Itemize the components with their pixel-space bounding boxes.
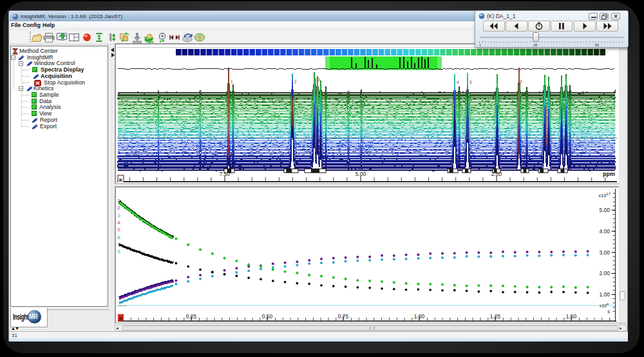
svg-text:4.00: 4.00 — [599, 228, 610, 235]
svg-text:x1017: x1017 — [598, 192, 611, 198]
svg-text:s: s — [607, 309, 610, 314]
svg-text:6:: 6: — [118, 235, 122, 240]
svg-text:1:: 1: — [118, 198, 122, 203]
svg-text:2: 2 — [294, 79, 297, 84]
svg-text:5.00: 5.00 — [355, 171, 366, 177]
svg-text:2:: 2: — [118, 206, 122, 210]
svg-text:7:: 7: — [118, 242, 122, 247]
svg-text:K: K — [119, 177, 123, 182]
svg-text:8:: 8: — [118, 249, 122, 254]
svg-text:2.00: 2.00 — [599, 270, 610, 276]
svg-text:6: 6 — [520, 79, 522, 84]
svg-text:4:: 4: — [118, 220, 122, 225]
svg-text:x104: x104 — [600, 302, 609, 308]
svg-text:3.00: 3.00 — [599, 249, 610, 256]
svg-text:3:: 3: — [118, 213, 122, 218]
svg-text:5:: 5: — [118, 227, 122, 232]
svg-text:5.00: 5.00 — [599, 207, 610, 213]
svg-text:4: 4 — [457, 80, 459, 84]
svg-text:3: 3 — [317, 77, 320, 82]
svg-text:ppm: ppm — [603, 171, 615, 177]
svg-text:1: 1 — [231, 79, 233, 84]
svg-text:1.00: 1.00 — [599, 291, 610, 298]
svg-text:5: 5 — [469, 80, 472, 84]
svg-text:K: K — [119, 316, 122, 321]
